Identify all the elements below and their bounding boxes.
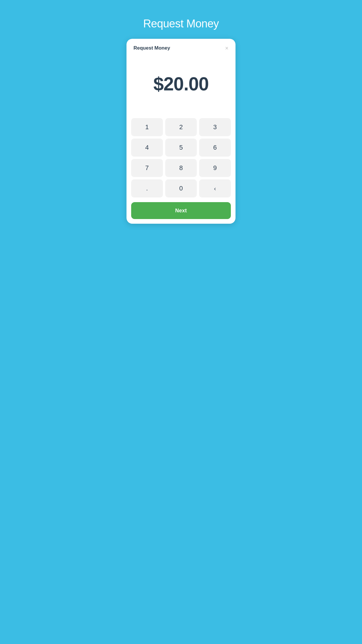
next-button[interactable]: Next xyxy=(131,202,231,219)
key-decimal[interactable]: . xyxy=(131,179,163,197)
keypad-row-1: 1 2 3 xyxy=(131,118,231,136)
card-header: Request Money × xyxy=(126,39,236,56)
key-6[interactable]: 6 xyxy=(199,139,231,157)
key-backspace[interactable]: ‹ xyxy=(199,179,231,197)
key-1[interactable]: 1 xyxy=(131,118,163,136)
key-2[interactable]: 2 xyxy=(165,118,197,136)
keypad-row-3: 7 8 9 xyxy=(131,159,231,177)
keypad: 1 2 3 4 5 6 7 8 9 . 0 ‹ xyxy=(126,118,236,202)
key-5[interactable]: 5 xyxy=(165,139,197,157)
card-title: Request Money xyxy=(133,45,170,51)
key-7[interactable]: 7 xyxy=(131,159,163,177)
amount-display: $20.00 xyxy=(126,56,236,118)
key-9[interactable]: 9 xyxy=(199,159,231,177)
page-title: Request Money xyxy=(143,18,219,30)
amount-value: $20.00 xyxy=(153,73,209,95)
keypad-row-2: 4 5 6 xyxy=(131,139,231,157)
keypad-row-4: . 0 ‹ xyxy=(131,179,231,197)
key-8[interactable]: 8 xyxy=(165,159,197,177)
request-money-card: Request Money × $20.00 1 2 3 4 5 6 7 8 9… xyxy=(126,39,236,224)
key-4[interactable]: 4 xyxy=(131,139,163,157)
key-3[interactable]: 3 xyxy=(199,118,231,136)
key-0[interactable]: 0 xyxy=(165,179,197,197)
close-button[interactable]: × xyxy=(225,45,229,51)
backspace-icon: ‹ xyxy=(214,185,216,192)
